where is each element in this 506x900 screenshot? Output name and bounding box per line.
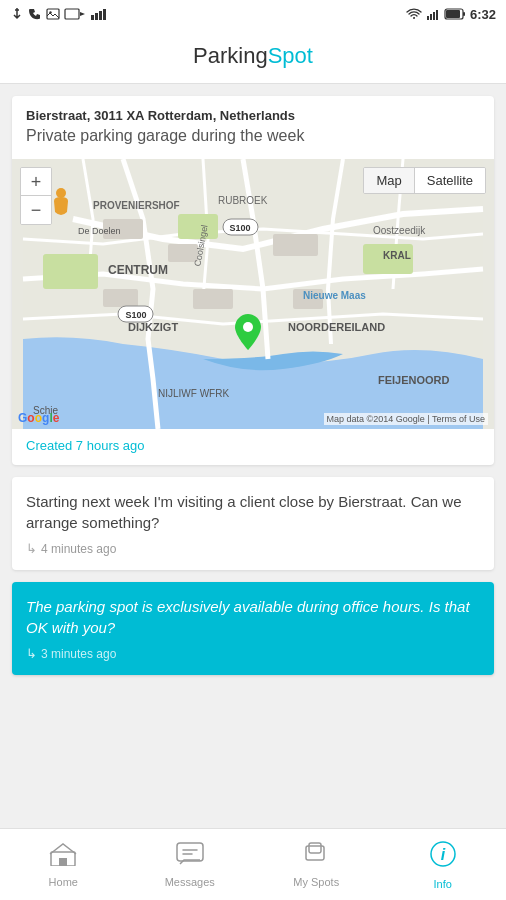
svg-text:S100: S100	[125, 310, 146, 320]
mobile-signal-icon	[426, 7, 440, 21]
svg-rect-15	[463, 12, 465, 16]
user-message-text: Starting next week I'm visiting a client…	[26, 491, 480, 533]
svg-rect-7	[103, 9, 106, 20]
svg-rect-9	[427, 16, 429, 20]
map-location-marker	[234, 314, 262, 357]
map-zoom-controls[interactable]: + −	[20, 167, 52, 225]
response-reply-icon: ↳	[26, 646, 37, 661]
nav-item-messages[interactable]: Messages	[127, 834, 254, 896]
info-icon: i	[429, 840, 457, 874]
parking-description: Private parking garage during the week	[26, 127, 480, 145]
user-message-card: Starting next week I'm visiting a client…	[12, 477, 494, 570]
google-logo: Google	[18, 411, 59, 425]
time-display: 6:32	[470, 7, 496, 22]
nav-label-messages: Messages	[165, 876, 215, 888]
parking-spot-card: Bierstraat, 3011 XA Rotterdam, Netherlan…	[12, 96, 494, 465]
svg-text:DIJKZIGT: DIJKZIGT	[128, 321, 178, 333]
status-icons-left	[10, 7, 108, 21]
svg-rect-24	[193, 289, 233, 309]
svg-rect-11	[433, 12, 435, 20]
map-type-controls[interactable]: Map Satellite	[363, 167, 486, 194]
nav-item-home[interactable]: Home	[0, 834, 127, 896]
response-message-text: The parking spot is exclusively availabl…	[26, 596, 480, 638]
svg-rect-14	[446, 10, 460, 18]
zoom-in-button[interactable]: +	[21, 168, 51, 196]
svg-text:RUBROEK: RUBROEK	[218, 195, 268, 206]
map-container[interactable]: S100 S100 PROVENIERSHOF RUBROEK Oostzeed…	[12, 159, 494, 429]
wifi-icon	[406, 7, 422, 21]
nav-label-myspots: My Spots	[293, 876, 339, 888]
battery-icon	[444, 8, 466, 20]
nav-item-info[interactable]: i Info	[380, 832, 507, 898]
svg-rect-4	[91, 15, 94, 20]
card-header: Bierstraat, 3011 XA Rotterdam, Netherlan…	[12, 96, 494, 159]
zoom-out-button[interactable]: −	[21, 196, 51, 224]
svg-rect-5	[95, 13, 98, 20]
street-view-icon[interactable]	[50, 187, 72, 220]
parking-address: Bierstraat, 3011 XA Rotterdam, Netherlan…	[26, 108, 480, 123]
app-title-prefix: Parking	[193, 43, 268, 68]
phone-icon	[28, 7, 42, 21]
card-footer: Created 7 hours ago	[12, 429, 494, 465]
app-title-highlight: Spot	[268, 43, 313, 68]
created-timestamp: Created 7 hours ago	[26, 438, 145, 453]
map-attribution: Map data ©2014 Google | Terms of Use	[324, 413, 488, 425]
svg-text:De Doelen: De Doelen	[78, 226, 121, 236]
response-message-time: 3 minutes ago	[41, 647, 116, 661]
svg-text:Nieuwe Maas: Nieuwe Maas	[303, 290, 366, 301]
home-icon	[49, 842, 77, 872]
svg-text:NIJLIWF WFRK: NIJLIWF WFRK	[158, 388, 229, 399]
response-message-meta: ↳ 3 minutes ago	[26, 646, 480, 661]
nav-item-myspots[interactable]: My Spots	[253, 834, 380, 896]
svg-rect-6	[99, 11, 102, 20]
messages-icon	[176, 842, 204, 872]
myspots-icon	[302, 842, 330, 872]
map-type-map-button[interactable]: Map	[364, 168, 413, 193]
svg-text:Oostzeedijk: Oostzeedijk	[373, 225, 426, 236]
svg-text:CENTRUM: CENTRUM	[108, 263, 168, 277]
svg-rect-49	[309, 843, 321, 853]
app-title: ParkingSpot	[193, 43, 313, 69]
svg-marker-3	[80, 12, 85, 16]
bottom-navigation: Home Messages My Spots i Info	[0, 828, 506, 900]
svg-point-44	[243, 322, 253, 332]
user-message-meta: ↳ 4 minutes ago	[26, 541, 480, 556]
user-message-time: 4 minutes ago	[41, 542, 116, 556]
svg-text:i: i	[441, 846, 446, 863]
svg-point-8	[413, 17, 415, 19]
usb-icon	[10, 7, 24, 21]
svg-text:KRAL: KRAL	[383, 250, 411, 261]
svg-rect-12	[436, 10, 438, 20]
svg-rect-10	[430, 14, 432, 20]
status-bar: 6:32	[0, 0, 506, 28]
svg-rect-17	[43, 254, 98, 289]
svg-text:NOORDEREILAND: NOORDEREILAND	[288, 321, 385, 333]
status-icons-right: 6:32	[406, 7, 496, 22]
image-icon	[46, 7, 60, 21]
svg-rect-47	[177, 843, 203, 861]
svg-rect-25	[103, 289, 138, 307]
svg-rect-46	[59, 858, 67, 866]
bottom-spacer	[12, 687, 494, 767]
reply-icon: ↳	[26, 541, 37, 556]
response-message-card: The parking spot is exclusively availabl…	[12, 582, 494, 675]
svg-point-43	[56, 188, 66, 198]
main-content: Bierstraat, 3011 XA Rotterdam, Netherlan…	[0, 84, 506, 779]
rec-icon	[64, 7, 86, 21]
signal-bars-icon	[90, 7, 108, 21]
nav-label-info: Info	[434, 878, 452, 890]
svg-text:PROVENIERSHOF: PROVENIERSHOF	[93, 200, 180, 211]
svg-rect-2	[65, 9, 79, 19]
svg-text:FEIJENOORD: FEIJENOORD	[378, 374, 450, 386]
app-bar: ParkingSpot	[0, 28, 506, 84]
nav-label-home: Home	[49, 876, 78, 888]
svg-text:S100: S100	[229, 223, 250, 233]
svg-rect-22	[273, 234, 318, 256]
map-svg: S100 S100 PROVENIERSHOF RUBROEK Oostzeed…	[12, 159, 494, 429]
map-type-satellite-button[interactable]: Satellite	[414, 168, 485, 193]
